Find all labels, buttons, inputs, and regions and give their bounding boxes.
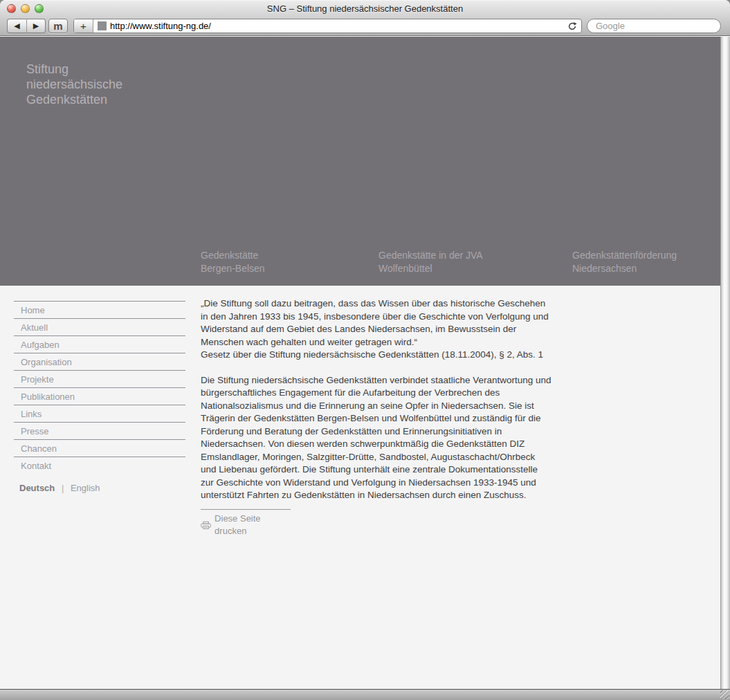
sidebar-item-links[interactable]: Links <box>14 405 185 422</box>
reload-icon <box>567 21 577 31</box>
sidebar-item-home[interactable]: Home <box>14 301 185 318</box>
history-nav: ◀ ▶ <box>7 19 46 33</box>
sidebar-item-presse[interactable]: Presse <box>14 422 185 439</box>
sidebar-item-chancen[interactable]: Chancen <box>14 439 185 457</box>
logo-line: Stiftung <box>26 62 122 77</box>
zoom-button[interactable] <box>35 4 44 13</box>
reload-button[interactable] <box>563 19 581 33</box>
forward-button[interactable]: ▶ <box>26 19 46 33</box>
header-link-line: Niedersachsen <box>572 262 677 275</box>
minimize-button[interactable] <box>21 4 30 13</box>
page-favicon-icon <box>98 21 107 30</box>
site-logo[interactable]: Stiftung niedersächsische Gedenkstätten <box>26 62 122 107</box>
language-switcher: Deutsch | English <box>14 483 185 493</box>
quote-source: Gesetz über die Stiftung niedersächsisch… <box>201 349 551 362</box>
search-bar <box>587 19 721 33</box>
search-input[interactable] <box>596 21 718 31</box>
vertical-scrollbar[interactable] <box>720 37 730 689</box>
url-field <box>93 19 563 33</box>
language-deutsch[interactable]: Deutsch <box>19 483 55 493</box>
sidebar-item-publikationen[interactable]: Publikationen <box>14 387 185 405</box>
header-link-line: Bergen-Belsen <box>201 262 265 275</box>
sidebar-item-aufgaben[interactable]: Aufgaben <box>14 335 185 353</box>
resize-grip[interactable] <box>720 690 729 699</box>
browser-window: SNG – Stiftung niedersächsischer Gedenks… <box>0 0 730 700</box>
sidebar-item-organisation[interactable]: Organisation <box>14 353 185 370</box>
logo-line: niedersächsische <box>26 77 122 92</box>
header-link-gedenkstaettenfoerderung[interactable]: Gedenkstättenförderung Niedersachsen <box>572 249 677 275</box>
site-header: Stiftung niedersächsische Gedenkstätten … <box>0 37 720 286</box>
traffic-lights <box>7 4 44 13</box>
status-bar <box>0 689 730 700</box>
printer-icon <box>201 521 211 530</box>
add-bookmark-button[interactable]: + <box>74 19 93 33</box>
body-paragraph: Die Stiftung niedersächsische Gedenkstät… <box>201 374 551 502</box>
sidebar-item-aktuell[interactable]: Aktuell <box>14 318 185 335</box>
url-input[interactable] <box>110 21 559 31</box>
m-bookmark-button[interactable]: m <box>48 19 68 33</box>
header-link-line: Wolfenbüttel <box>378 262 483 275</box>
header-link-line: Gedenkstätte in der JVA <box>378 249 483 262</box>
browser-chrome: SNG – Stiftung niedersächsischer Gedenks… <box>0 0 730 36</box>
back-button[interactable]: ◀ <box>7 19 26 33</box>
language-separator: | <box>57 483 68 493</box>
print-page-link[interactable]: Diese Seite drucken <box>201 513 291 538</box>
sidebar-item-kontakt[interactable]: Kontakt <box>14 457 185 474</box>
address-bar: + <box>73 19 582 33</box>
close-button[interactable] <box>7 4 16 13</box>
logo-line: Gedenkstätten <box>26 92 122 107</box>
print-link-label: Diese Seite drucken <box>215 513 291 538</box>
page-viewport: Stiftung niedersächsische Gedenkstätten … <box>0 37 730 689</box>
header-link-jva-wolfenbuettel[interactable]: Gedenkstätte in der JVA Wolfenbüttel <box>378 249 483 275</box>
sidebar-item-projekte[interactable]: Projekte <box>14 370 185 387</box>
print-row: Diese Seite drucken <box>201 509 291 538</box>
web-page: Stiftung niedersächsische Gedenkstätten … <box>0 37 720 689</box>
quote-paragraph: „Die Stiftung soll dazu beitragen, dass … <box>201 297 551 349</box>
language-english[interactable]: English <box>71 483 100 493</box>
main-content: „Die Stiftung soll dazu beitragen, dass … <box>201 297 551 538</box>
window-title: SNG – Stiftung niedersächsischer Gedenks… <box>62 3 668 14</box>
sidebar-nav: Home Aktuell Aufgaben Organisation Proje… <box>14 301 185 493</box>
header-link-line: Gedenkstätte <box>201 249 265 262</box>
header-link-bergen-belsen[interactable]: Gedenkstätte Bergen-Belsen <box>201 249 265 275</box>
header-link-line: Gedenkstättenförderung <box>572 249 677 262</box>
